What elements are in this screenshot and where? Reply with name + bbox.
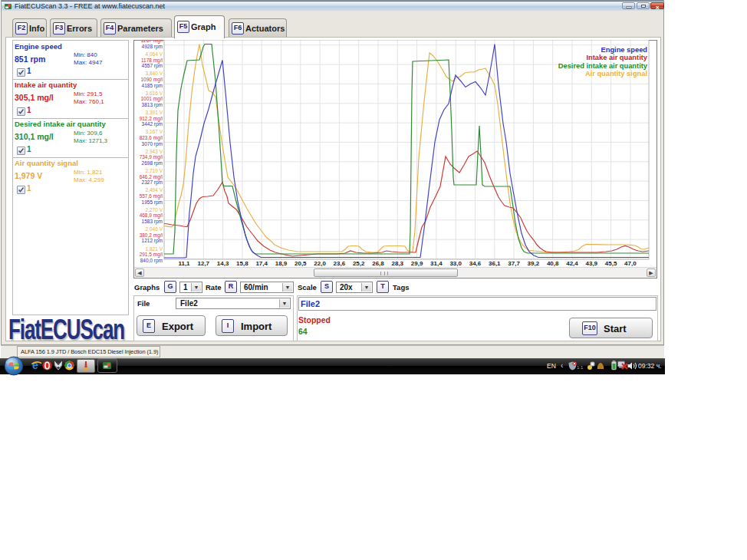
svg-text:912,2 mg/l: 912,2 mg/l (140, 116, 163, 122)
svg-text:31,4: 31,4 (430, 260, 443, 267)
svg-text:22,0: 22,0 (314, 260, 326, 267)
svg-text:28,3: 28,3 (392, 260, 404, 267)
svg-text:734,9 mg/l: 734,9 mg/l (140, 154, 163, 160)
svg-text:3070 rpm: 3070 rpm (142, 141, 163, 147)
svg-text:12,7: 12,7 (198, 260, 210, 267)
svg-text:Intake air quantity: Intake air quantity (586, 54, 647, 61)
svg-text:1,821 V: 1,821 V (146, 246, 163, 252)
svg-text:557,6 mg/l: 557,6 mg/l (140, 193, 163, 199)
svg-text:1090 mg/l: 1090 mg/l (140, 77, 163, 83)
svg-text:380,2 mg/l: 380,2 mg/l (140, 232, 163, 239)
svg-text:3,391 V: 3,391 V (146, 110, 163, 115)
svg-text:20,5: 20,5 (295, 260, 307, 267)
svg-text:2,494 V: 2,494 V (146, 187, 163, 193)
svg-text:23,6: 23,6 (334, 260, 346, 267)
svg-text:Engine speed: Engine speed (601, 46, 648, 54)
svg-text:1212 rpm: 1212 rpm (142, 238, 163, 244)
svg-text:3,167 V: 3,167 V (146, 129, 163, 134)
svg-text:34,6: 34,6 (469, 260, 482, 267)
svg-text:646,2 mg/l: 646,2 mg/l (140, 174, 163, 180)
svg-text:3442 rpm: 3442 rpm (142, 121, 163, 127)
svg-text:45,5: 45,5 (605, 260, 617, 267)
svg-text:40,8: 40,8 (547, 260, 559, 267)
svg-text:11,1: 11,1 (178, 260, 190, 267)
svg-text:840,0 rpm: 840,0 rpm (140, 258, 163, 264)
svg-text:43,9: 43,9 (586, 260, 598, 267)
svg-text:36,1: 36,1 (489, 260, 501, 267)
svg-text:3,840 V: 3,840 V (146, 71, 163, 76)
svg-text:1583 rpm: 1583 rpm (142, 219, 163, 225)
svg-text:42,4: 42,4 (566, 260, 578, 267)
svg-text:17,4: 17,4 (255, 260, 268, 267)
svg-text:37,7: 37,7 (508, 260, 520, 267)
svg-text:2698 rpm: 2698 rpm (142, 160, 163, 166)
svg-text:4,064 V: 4,064 V (146, 51, 163, 57)
svg-text:4185 rpm: 4185 rpm (142, 83, 163, 89)
svg-text:14,3: 14,3 (217, 260, 229, 267)
svg-text:1001 mg/l: 1001 mg/l (140, 96, 163, 102)
svg-text:1955 rpm: 1955 rpm (142, 199, 163, 206)
svg-text:4557 rpm: 4557 rpm (142, 63, 163, 69)
svg-text:15,8: 15,8 (236, 260, 248, 267)
svg-text:1178 mg/l: 1178 mg/l (141, 58, 163, 64)
svg-text:33,0: 33,0 (449, 260, 462, 267)
svg-text:2,270 V: 2,270 V (146, 207, 163, 212)
svg-text:2,046 V: 2,046 V (146, 226, 163, 232)
svg-text:3813 rpm: 3813 rpm (142, 102, 163, 108)
svg-text:18,9: 18,9 (275, 260, 288, 267)
svg-text:29,9: 29,9 (411, 260, 423, 267)
svg-text:2,943 V: 2,943 V (146, 149, 163, 154)
svg-text:468,9 mg/l: 468,9 mg/l (140, 212, 163, 219)
svg-text:Desired intake air quantity: Desired intake air quantity (558, 62, 648, 70)
svg-text:39,2: 39,2 (528, 260, 540, 267)
svg-text:291,5 mg/l: 291,5 mg/l (140, 252, 163, 258)
svg-text:Air quantity signal: Air quantity signal (585, 70, 647, 77)
svg-text:2327 rpm: 2327 rpm (142, 180, 163, 186)
svg-text:25,2: 25,2 (353, 260, 365, 267)
svg-text:3,616 V: 3,616 V (146, 91, 163, 96)
svg-text:823,6 mg/l: 823,6 mg/l (140, 135, 163, 141)
svg-text:26,8: 26,8 (372, 260, 384, 267)
svg-text:2,719 V: 2,719 V (146, 168, 163, 173)
svg-text:4928 rpm: 4928 rpm (142, 44, 163, 50)
svg-text:47,0: 47,0 (624, 260, 637, 267)
